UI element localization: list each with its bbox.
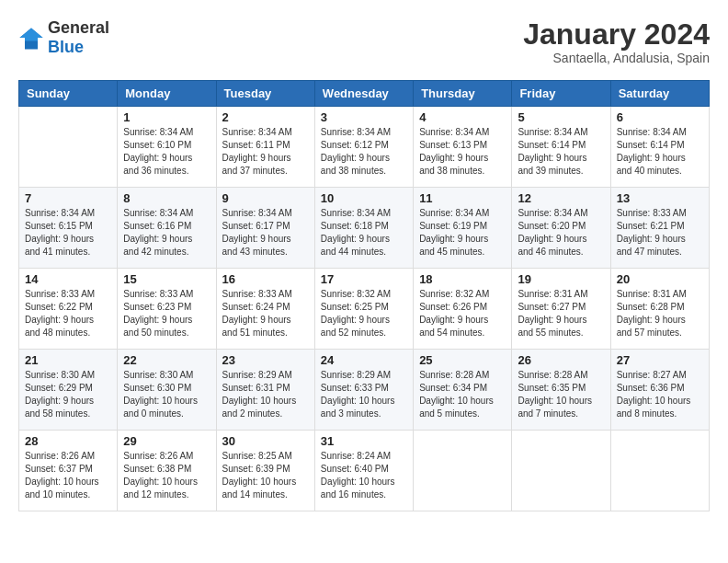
calendar-day-cell: 18Sunrise: 8:32 AM Sunset: 6:26 PM Dayli… (414, 269, 512, 350)
day-number: 26 (518, 353, 604, 367)
day-number: 29 (123, 434, 210, 448)
day-number: 31 (321, 434, 407, 448)
subtitle: Santaella, Andalusia, Spain (523, 51, 710, 65)
calendar-day-cell: 13Sunrise: 8:33 AM Sunset: 6:21 PM Dayli… (610, 188, 709, 269)
day-info: Sunrise: 8:32 AM Sunset: 6:26 PM Dayligh… (419, 288, 506, 339)
day-info: Sunrise: 8:24 AM Sunset: 6:40 PM Dayligh… (321, 450, 407, 501)
day-number: 28 (25, 434, 111, 448)
day-info: Sunrise: 8:33 AM Sunset: 6:23 PM Dayligh… (123, 288, 210, 339)
day-number: 1 (123, 110, 210, 124)
day-info: Sunrise: 8:28 AM Sunset: 6:34 PM Dayligh… (419, 369, 506, 420)
day-number: 30 (222, 434, 309, 448)
calendar-day-cell: 3Sunrise: 8:34 AM Sunset: 6:12 PM Daylig… (314, 107, 413, 188)
svg-marker-1 (19, 29, 42, 41)
day-info: Sunrise: 8:32 AM Sunset: 6:25 PM Dayligh… (321, 288, 407, 339)
calendar-day-cell: 31Sunrise: 8:24 AM Sunset: 6:40 PM Dayli… (314, 431, 413, 511)
calendar-day-cell: 19Sunrise: 8:31 AM Sunset: 6:27 PM Dayli… (512, 269, 610, 350)
calendar-header-row: SundayMondayTuesdayWednesdayThursdayFrid… (19, 81, 710, 107)
calendar-day-cell: 16Sunrise: 8:33 AM Sunset: 6:24 PM Dayli… (216, 269, 314, 350)
calendar-day-cell: 1Sunrise: 8:34 AM Sunset: 6:10 PM Daylig… (118, 107, 216, 188)
day-info: Sunrise: 8:26 AM Sunset: 6:37 PM Dayligh… (25, 450, 111, 501)
day-info: Sunrise: 8:34 AM Sunset: 6:17 PM Dayligh… (222, 207, 309, 259)
calendar-day-cell (19, 107, 118, 188)
calendar-day-cell: 17Sunrise: 8:32 AM Sunset: 6:25 PM Dayli… (314, 269, 413, 350)
calendar-day-cell (610, 431, 709, 511)
day-info: Sunrise: 8:29 AM Sunset: 6:33 PM Dayligh… (321, 369, 407, 420)
day-number: 24 (321, 353, 407, 367)
day-info: Sunrise: 8:34 AM Sunset: 6:11 PM Dayligh… (222, 126, 309, 178)
day-info: Sunrise: 8:34 AM Sunset: 6:14 PM Dayligh… (518, 126, 604, 178)
day-info: Sunrise: 8:31 AM Sunset: 6:28 PM Dayligh… (617, 288, 703, 339)
day-info: Sunrise: 8:30 AM Sunset: 6:29 PM Dayligh… (25, 369, 111, 420)
calendar-day-cell: 11Sunrise: 8:34 AM Sunset: 6:19 PM Dayli… (414, 188, 512, 269)
day-number: 9 (222, 191, 309, 205)
day-info: Sunrise: 8:33 AM Sunset: 6:21 PM Dayligh… (617, 207, 703, 259)
calendar-day-cell (512, 431, 610, 511)
calendar-week-row: 7Sunrise: 8:34 AM Sunset: 6:15 PM Daylig… (19, 188, 710, 269)
logo: General Blue (18, 18, 109, 57)
day-info: Sunrise: 8:26 AM Sunset: 6:38 PM Dayligh… (123, 450, 210, 501)
day-info: Sunrise: 8:29 AM Sunset: 6:31 PM Dayligh… (222, 369, 309, 420)
day-number: 15 (123, 272, 210, 286)
logo-text: General Blue (48, 18, 109, 57)
day-info: Sunrise: 8:34 AM Sunset: 6:13 PM Dayligh… (419, 126, 506, 178)
calendar-day-cell: 25Sunrise: 8:28 AM Sunset: 6:34 PM Dayli… (414, 350, 512, 431)
logo-icon (18, 25, 44, 51)
title-block: January 2024 Santaella, Andalusia, Spain (523, 18, 710, 65)
calendar-day-cell: 2Sunrise: 8:34 AM Sunset: 6:11 PM Daylig… (216, 107, 314, 188)
day-number: 4 (419, 110, 506, 124)
day-info: Sunrise: 8:27 AM Sunset: 6:36 PM Dayligh… (617, 369, 703, 420)
day-of-week-header: Tuesday (216, 81, 314, 107)
day-number: 3 (321, 110, 407, 124)
calendar-day-cell: 14Sunrise: 8:33 AM Sunset: 6:22 PM Dayli… (19, 269, 118, 350)
day-number: 22 (123, 353, 210, 367)
calendar-day-cell: 6Sunrise: 8:34 AM Sunset: 6:14 PM Daylig… (610, 107, 709, 188)
day-of-week-header: Wednesday (314, 81, 413, 107)
calendar-day-cell: 4Sunrise: 8:34 AM Sunset: 6:13 PM Daylig… (414, 107, 512, 188)
calendar-day-cell: 12Sunrise: 8:34 AM Sunset: 6:20 PM Dayli… (512, 188, 610, 269)
calendar-day-cell: 21Sunrise: 8:30 AM Sunset: 6:29 PM Dayli… (19, 350, 118, 431)
day-number: 18 (419, 272, 506, 286)
day-number: 12 (518, 191, 604, 205)
day-info: Sunrise: 8:34 AM Sunset: 6:18 PM Dayligh… (321, 207, 407, 259)
day-of-week-header: Sunday (19, 81, 118, 107)
calendar-day-cell: 28Sunrise: 8:26 AM Sunset: 6:37 PM Dayli… (19, 431, 118, 511)
day-info: Sunrise: 8:33 AM Sunset: 6:24 PM Dayligh… (222, 288, 309, 339)
logo-blue: Blue (48, 38, 84, 56)
calendar-day-cell (414, 431, 512, 511)
day-number: 17 (321, 272, 407, 286)
day-info: Sunrise: 8:34 AM Sunset: 6:16 PM Dayligh… (123, 207, 210, 259)
calendar-day-cell: 22Sunrise: 8:30 AM Sunset: 6:30 PM Dayli… (118, 350, 216, 431)
calendar-day-cell: 8Sunrise: 8:34 AM Sunset: 6:16 PM Daylig… (118, 188, 216, 269)
calendar-day-cell: 15Sunrise: 8:33 AM Sunset: 6:23 PM Dayli… (118, 269, 216, 350)
calendar-day-cell: 29Sunrise: 8:26 AM Sunset: 6:38 PM Dayli… (118, 431, 216, 511)
calendar-table: SundayMondayTuesdayWednesdayThursdayFrid… (18, 80, 710, 511)
day-number: 21 (25, 353, 111, 367)
calendar-day-cell: 5Sunrise: 8:34 AM Sunset: 6:14 PM Daylig… (512, 107, 610, 188)
calendar-week-row: 1Sunrise: 8:34 AM Sunset: 6:10 PM Daylig… (19, 107, 710, 188)
day-number: 10 (321, 191, 407, 205)
day-number: 23 (222, 353, 309, 367)
day-number: 27 (617, 353, 703, 367)
day-number: 20 (617, 272, 703, 286)
day-info: Sunrise: 8:25 AM Sunset: 6:39 PM Dayligh… (222, 450, 309, 501)
day-of-week-header: Thursday (414, 81, 512, 107)
day-of-week-header: Saturday (610, 81, 709, 107)
calendar-week-row: 21Sunrise: 8:30 AM Sunset: 6:29 PM Dayli… (19, 350, 710, 431)
calendar-day-cell: 23Sunrise: 8:29 AM Sunset: 6:31 PM Dayli… (216, 350, 314, 431)
day-number: 19 (518, 272, 604, 286)
day-number: 5 (518, 110, 604, 124)
day-info: Sunrise: 8:34 AM Sunset: 6:19 PM Dayligh… (419, 207, 506, 259)
day-info: Sunrise: 8:34 AM Sunset: 6:10 PM Dayligh… (123, 126, 210, 178)
day-number: 13 (617, 191, 703, 205)
day-info: Sunrise: 8:33 AM Sunset: 6:22 PM Dayligh… (25, 288, 111, 339)
day-number: 2 (222, 110, 309, 124)
day-info: Sunrise: 8:28 AM Sunset: 6:35 PM Dayligh… (518, 369, 604, 420)
main-title: January 2024 (523, 18, 710, 51)
calendar-day-cell: 9Sunrise: 8:34 AM Sunset: 6:17 PM Daylig… (216, 188, 314, 269)
day-info: Sunrise: 8:34 AM Sunset: 6:20 PM Dayligh… (518, 207, 604, 259)
day-number: 14 (25, 272, 111, 286)
day-info: Sunrise: 8:30 AM Sunset: 6:30 PM Dayligh… (123, 369, 210, 420)
day-info: Sunrise: 8:34 AM Sunset: 6:15 PM Dayligh… (25, 207, 111, 259)
day-info: Sunrise: 8:31 AM Sunset: 6:27 PM Dayligh… (518, 288, 604, 339)
